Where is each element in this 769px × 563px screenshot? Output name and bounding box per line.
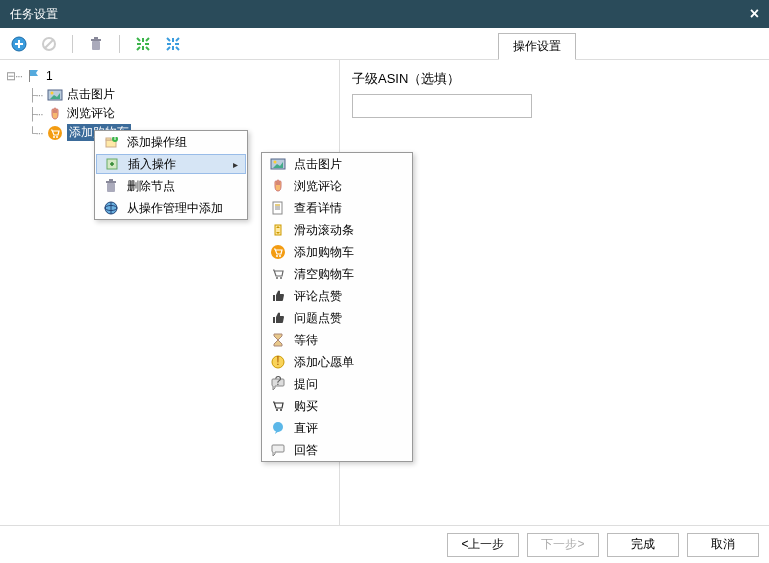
thumb-icon	[270, 288, 286, 304]
window-title: 任务设置	[10, 6, 58, 23]
question-icon	[270, 376, 286, 392]
flag-icon	[26, 68, 42, 84]
wish-icon	[270, 354, 286, 370]
hand-icon	[47, 106, 63, 122]
submenu-item[interactable]: 浏览评论	[262, 175, 412, 197]
image-icon	[270, 156, 286, 172]
menu-item-insert-action[interactable]: 插入操作 ▸	[96, 154, 246, 174]
scroll-icon	[270, 222, 286, 238]
submenu-item[interactable]: 购买	[262, 395, 412, 417]
context-menu: 添加操作组 插入操作 ▸ 删除节点 从操作管理中添加	[94, 130, 248, 220]
cart-orange-icon	[270, 244, 286, 260]
hourglass-icon	[270, 332, 286, 348]
submenu-item[interactable]: 提问	[262, 373, 412, 395]
field-label: 子级ASIN（选填）	[352, 70, 757, 88]
expand-all-button[interactable]	[132, 33, 154, 55]
submenu-item[interactable]: 添加购物车	[262, 241, 412, 263]
tree-root[interactable]: ⊟··· 1	[6, 66, 333, 85]
asin-input[interactable]	[352, 94, 532, 118]
submenu-item[interactable]: 滑动滚动条	[262, 219, 412, 241]
menu-item-add-from-manager[interactable]: 从操作管理中添加	[95, 197, 247, 219]
separator	[119, 35, 120, 53]
add-button[interactable]	[8, 33, 30, 55]
cart-empty-icon	[270, 266, 286, 282]
toolbar	[0, 28, 769, 60]
trash-button[interactable]	[85, 33, 107, 55]
cancel-button[interactable]: 取消	[687, 533, 759, 557]
prev-button[interactable]: <上一步	[447, 533, 519, 557]
submenu-arrow-icon: ▸	[233, 159, 238, 170]
buy-icon	[270, 398, 286, 414]
submenu-item[interactable]: 问题点赞	[262, 307, 412, 329]
comment-icon	[270, 420, 286, 436]
submenu-item[interactable]: 回答	[262, 439, 412, 461]
thumb-icon	[270, 310, 286, 326]
answer-icon	[270, 442, 286, 458]
insert-icon	[104, 156, 120, 172]
globe-icon	[103, 200, 119, 216]
cart-icon	[47, 125, 63, 141]
context-submenu: 点击图片浏览评论查看详情滑动滚动条添加购物车清空购物车评论点赞问题点赞等待添加心…	[261, 152, 413, 462]
collapse-all-button[interactable]	[162, 33, 184, 55]
submenu-item[interactable]: 添加心愿单	[262, 351, 412, 373]
tree-panel: ⊟··· 1 ├··· 点击图片 ├··· 浏览评论 └··· 添加购物车	[0, 60, 340, 525]
submenu-item[interactable]: 查看详情	[262, 197, 412, 219]
footer: <上一步 下一步> 完成 取消	[0, 525, 769, 563]
tree-node[interactable]: ├··· 浏览评论	[6, 104, 333, 123]
submenu-item[interactable]: 等待	[262, 329, 412, 351]
menu-item-add-group[interactable]: 添加操作组	[95, 131, 247, 153]
submenu-item[interactable]: 清空购物车	[262, 263, 412, 285]
titlebar: 任务设置 ×	[0, 0, 769, 28]
close-icon[interactable]: ×	[750, 5, 759, 23]
group-add-icon	[103, 134, 119, 150]
submenu-item[interactable]: 评论点赞	[262, 285, 412, 307]
tree-node[interactable]: ├··· 点击图片	[6, 85, 333, 104]
separator	[72, 35, 73, 53]
tab-action-settings[interactable]: 操作设置	[498, 33, 576, 60]
hand-icon	[270, 178, 286, 194]
submenu-item[interactable]: 直评	[262, 417, 412, 439]
detail-icon	[270, 200, 286, 216]
menu-item-delete-node[interactable]: 删除节点	[95, 175, 247, 197]
disable-button[interactable]	[38, 33, 60, 55]
next-button: 下一步>	[527, 533, 599, 557]
submenu-item[interactable]: 点击图片	[262, 153, 412, 175]
trash-icon	[103, 178, 119, 194]
finish-button[interactable]: 完成	[607, 533, 679, 557]
image-icon	[47, 87, 63, 103]
